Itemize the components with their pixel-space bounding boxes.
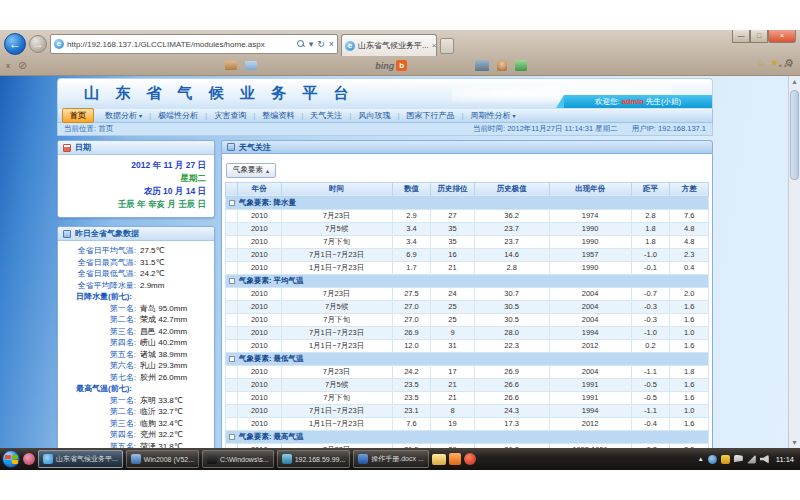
start-button[interactable]	[2, 450, 20, 468]
taskbar-button-1[interactable]: Win2008 (V52...	[126, 450, 199, 468]
stat-label: 第六名:	[58, 360, 136, 372]
update-tray-icon[interactable]	[721, 455, 730, 464]
table-header-row: 年份时间数值历史排位历史极值出现年份距平方差	[226, 182, 709, 196]
stat-label: 第三名:	[58, 326, 136, 338]
row-spacer-cell	[226, 248, 238, 261]
favorites-star-icon[interactable]: ★	[770, 57, 779, 68]
globe-tray-icon[interactable]	[708, 455, 717, 464]
table-cell: 2010	[238, 378, 281, 391]
group-checkbox[interactable]	[229, 200, 235, 206]
stat-label: 全省日最低气温:	[58, 268, 136, 280]
table-cell: -1.1	[631, 365, 670, 378]
weather-data-icon	[63, 230, 71, 238]
forward-button[interactable]: →	[29, 35, 47, 53]
address-bar[interactable]: e http://192.168.137.1/GLCCLIMATE/module…	[50, 34, 338, 54]
mail-icon[interactable]	[245, 61, 257, 70]
bing-wordmark: bing	[375, 61, 394, 71]
back-button[interactable]: ←	[4, 33, 26, 55]
maximize-button[interactable]: □	[750, 30, 768, 43]
person-icon[interactable]	[497, 60, 507, 71]
chevron-down-icon: ▾	[513, 113, 516, 119]
minimize-button[interactable]: —	[732, 30, 750, 43]
table-row: 20107月1日~7月23日26.9928.01994-1.01.0	[226, 326, 709, 339]
show-hidden-icons[interactable]: ▲	[698, 456, 704, 462]
chevron-down-icon: ▾	[139, 113, 142, 119]
chrome-right-icons: ⌂ ★ ⚙	[758, 57, 794, 68]
browser-app-icon[interactable]	[464, 453, 476, 465]
table-cell: 3.4	[392, 222, 431, 235]
table-cell: 22.3	[474, 339, 549, 352]
taskbar-button-4[interactable]: 操作手册.docx ...	[353, 450, 429, 468]
puzzle-icon[interactable]	[515, 60, 527, 71]
row-spacer-cell	[226, 378, 238, 391]
table-cell: 7.6	[392, 417, 431, 430]
taskbar-button-3[interactable]: 192.168.59.99...	[277, 450, 351, 468]
browser-tab[interactable]: e 山东省气候业务平... ×	[341, 34, 437, 56]
nav-item-6[interactable]: 风向玫瑰	[351, 109, 397, 122]
table-cell: 9	[431, 326, 474, 339]
row-spacer-cell	[226, 339, 238, 352]
orange-app-icon[interactable]	[449, 453, 461, 465]
weather-stat-line: 第一名:青岛 95.0mm	[58, 303, 212, 315]
table-cell: 35	[431, 222, 474, 235]
user-ip: 用户IP: 192.168.137.1	[632, 124, 706, 134]
tab-close-icon[interactable]: ×	[432, 41, 437, 50]
camera-icon[interactable]	[475, 60, 489, 71]
volume-icon[interactable]	[760, 455, 769, 464]
main-navbar: 首页数据分析▾|极端性分析|灾害查询|整编资料|天气关注|风向玫瑰|国家下行产品…	[57, 108, 713, 123]
action-center-flag-icon[interactable]	[734, 455, 743, 464]
vertical-scrollbar[interactable]: ▲ ▼	[788, 76, 800, 448]
nav-item-3[interactable]: 灾害查询	[207, 109, 253, 122]
home-icon[interactable]: ⌂	[758, 57, 764, 68]
table-cell: -1.0	[631, 326, 670, 339]
stop-icon[interactable]: ×	[329, 39, 334, 49]
taskbar-button-0[interactable]: 山东省气候业务平...	[38, 450, 123, 468]
nav-item-2[interactable]: 极端性分析	[151, 109, 205, 122]
close-button[interactable]: ×	[768, 30, 796, 43]
group-checkbox[interactable]	[229, 356, 235, 362]
nav-item-7[interactable]: 国家下行产品	[399, 109, 461, 122]
nav-item-0[interactable]: 首页	[62, 108, 94, 123]
card-icon[interactable]	[225, 61, 237, 70]
group-checkbox[interactable]	[229, 434, 235, 440]
toolbar-close-icon[interactable]: x	[6, 61, 10, 70]
calendar-panel: 日期 2012 年 11 月 27 日 星期二 农历 10 月 14 日 壬辰 …	[57, 140, 215, 218]
stat-label: 第四名:	[58, 429, 136, 441]
explorer-folder-icon[interactable]	[432, 454, 446, 465]
table-cell: 7月1日~7月23日	[281, 404, 392, 417]
taskbar-button-2[interactable]: C:\Windows\s...	[202, 450, 274, 468]
media-player-icon[interactable]	[23, 453, 35, 465]
table-cell: 16	[431, 248, 474, 261]
table-cell: -1.0	[631, 248, 670, 261]
row-spacer-cell	[226, 365, 238, 378]
network-icon[interactable]	[747, 455, 756, 464]
stat-label: 第二名:	[58, 314, 136, 326]
nav-item-4[interactable]: 整编资料	[255, 109, 301, 122]
table-cell: 1990	[549, 222, 631, 235]
table-cell: 2.3	[670, 248, 709, 261]
nav-item-1[interactable]: 数据分析▾	[98, 109, 149, 122]
element-filter-button[interactable]: 气象要素 ▴	[226, 163, 276, 178]
bing-logo[interactable]: bing b	[375, 60, 407, 71]
scrollbar-thumb[interactable]	[790, 90, 799, 180]
table-cell: 1.0	[670, 404, 709, 417]
table-cell: 31	[431, 339, 474, 352]
search-icon[interactable]	[297, 40, 305, 48]
scroll-up-icon[interactable]: ▲	[791, 78, 798, 85]
table-cell: 1994	[549, 404, 631, 417]
scroll-down-icon[interactable]: ▼	[791, 439, 798, 446]
settings-gear-icon[interactable]: ⚙	[785, 57, 794, 68]
stat-value: 27.5℃	[140, 245, 165, 257]
blocked-icon[interactable]: ⊘	[18, 59, 27, 72]
taskbar-button-label: 操作手册.docx ...	[371, 454, 424, 464]
table-cell: 7.6	[670, 209, 709, 222]
autocomplete-caret-icon[interactable]: ▾	[309, 39, 314, 49]
new-tab-button[interactable]	[440, 38, 454, 54]
refresh-icon[interactable]: ↻	[317, 39, 325, 49]
nav-item-8[interactable]: 周期性分析▾	[464, 109, 523, 122]
group-checkbox[interactable]	[229, 278, 235, 284]
taskbar-clock[interactable]: 11:14	[773, 455, 794, 464]
table-cell: 2004	[549, 365, 631, 378]
nav-item-5[interactable]: 天气关注	[303, 109, 349, 122]
table-cell: 7月23日	[281, 209, 392, 222]
